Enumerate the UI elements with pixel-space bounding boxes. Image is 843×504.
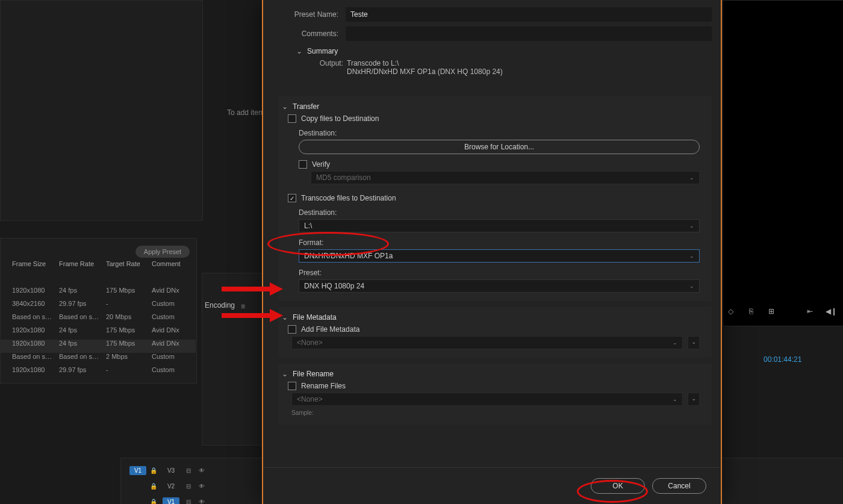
safe-margins-icon[interactable]: ⊞ — [767, 307, 776, 316]
summary-output-line1: Transcode to L:\ — [347, 59, 399, 67]
browse-location-button[interactable]: Browse for Location... — [299, 140, 700, 154]
copy-destination-label: Destination: — [299, 129, 703, 137]
track-label[interactable]: V3 — [163, 466, 179, 475]
chevron-down-icon: ⌄ — [689, 175, 694, 181]
ingest-settings-dialog: Preset Name: Comments: ⌄ Summary Output:… — [262, 0, 722, 504]
transcode-destination-label: Destination: — [299, 208, 703, 217]
format-dropdown[interactable]: DNxHR/DNxHD MXF OP1a⌄ — [299, 249, 700, 263]
col-frame-size: Frame Size — [12, 260, 46, 267]
comments-label: Comments: — [278, 30, 338, 38]
rename-files-label: Rename Files — [301, 382, 346, 390]
summary-title: Summary — [307, 47, 338, 55]
file-metadata-header[interactable]: ⌄ File Metadata — [282, 313, 703, 322]
summary-header[interactable]: ⌄ Summary — [296, 47, 712, 55]
player-controls: ◇ ⎘ ⊞ ⇤ ◀❙ ▶ — [726, 307, 843, 316]
table-row[interactable]: 1920x108029.97 fps-Custom — [0, 366, 196, 379]
project-panel — [0, 0, 203, 221]
lock-icon[interactable]: 🔒 — [149, 483, 158, 490]
table-row[interactable]: 1920x108024 fps175 MbpsAvid DNx — [0, 326, 196, 340]
transfer-section: ⌄ Transfer Copy files to Destination Des… — [278, 96, 712, 301]
col-comment: Comment — [152, 260, 181, 267]
copy-files-checkbox-row[interactable]: Copy files to Destination — [288, 114, 703, 123]
chevron-down-icon: ⌄ — [282, 102, 289, 111]
file-rename-section: ⌄ File Rename Rename Files <None>⌄ ⌄ Sam… — [278, 364, 712, 425]
ok-button[interactable]: OK — [591, 478, 645, 494]
program-monitor — [723, 0, 843, 326]
file-rename-title: File Rename — [293, 370, 334, 378]
verify-label: Verify — [312, 160, 330, 169]
checkbox-unchecked-icon[interactable] — [299, 160, 307, 169]
apply-preset-button[interactable]: Apply Preset — [135, 246, 190, 258]
rename-files-checkbox-row[interactable]: Rename Files — [288, 382, 703, 390]
toggle-output-icon[interactable]: 👁 — [198, 499, 206, 505]
chevron-down-icon: ⌄ — [296, 47, 303, 55]
file-metadata-section: ⌄ File Metadata Add File Metadata <None>… — [278, 307, 712, 358]
add-metadata-checkbox-row[interactable]: Add File Metadata — [288, 325, 703, 334]
presets-table-body: 1920x108024 fps175 MbpsAvid DNx3840x2160… — [0, 287, 196, 379]
checkbox-unchecked-icon[interactable] — [288, 325, 296, 334]
col-target-rate: Target Rate — [106, 260, 140, 267]
toggle-output-icon[interactable]: 👁 — [198, 483, 206, 490]
chevron-down-icon: ⌄ — [282, 370, 289, 378]
encoding-panel — [202, 273, 263, 446]
source-track-label[interactable]: V1 — [129, 466, 146, 475]
table-row[interactable]: Based on s…Based on s…20 MbpsCustom — [0, 313, 196, 326]
rename-new-button: ⌄ — [688, 393, 700, 406]
export-frame-icon[interactable]: ⎘ — [746, 307, 756, 316]
sync-lock-icon[interactable]: ⊟ — [184, 499, 193, 505]
marker-icon[interactable]: ◇ — [726, 307, 735, 316]
chevron-down-icon: ⌄ — [282, 313, 289, 322]
verify-checkbox-row[interactable]: Verify — [299, 160, 703, 169]
chevron-down-icon: ⌄ — [689, 223, 694, 229]
summary-output-label: Output: — [314, 59, 343, 67]
checkbox-unchecked-icon[interactable] — [288, 382, 296, 390]
rename-preset-dropdown: <None>⌄ — [291, 393, 683, 406]
sync-lock-icon[interactable]: ⊟ — [184, 467, 193, 474]
chevron-down-icon: ⌄ — [689, 253, 694, 259]
format-label: Format: — [299, 238, 703, 247]
chevron-down-icon: ⌄ — [689, 283, 694, 289]
verify-method-dropdown: MD5 comparison⌄ — [311, 171, 700, 184]
lock-icon[interactable]: 🔒 — [149, 499, 158, 505]
checkbox-checked-icon[interactable] — [288, 194, 296, 202]
col-frame-rate: Frame Rate — [59, 260, 94, 267]
step-back-icon[interactable]: ◀❙ — [826, 307, 835, 316]
toggle-output-icon[interactable]: 👁 — [198, 467, 206, 474]
checkbox-unchecked-icon[interactable] — [288, 114, 296, 123]
panel-menu-icon[interactable]: ≡ — [241, 302, 245, 311]
comments-input[interactable] — [346, 26, 712, 41]
file-metadata-title: File Metadata — [293, 313, 337, 322]
metadata-new-button: ⌄ — [688, 336, 700, 349]
preset-name-input[interactable] — [346, 7, 712, 22]
chevron-down-icon: ⌄ — [673, 396, 677, 402]
encoding-panel-title: Encoding — [205, 301, 235, 310]
preset-label: Preset: — [299, 269, 703, 277]
transcode-destination-dropdown[interactable]: L:\⌄ — [299, 219, 700, 232]
transcode-label: Transcode files to Destination — [301, 194, 396, 202]
cancel-button[interactable]: Cancel — [652, 478, 706, 494]
go-to-in-icon[interactable]: ⇤ — [805, 307, 815, 316]
track-label[interactable]: V2 — [163, 482, 179, 491]
program-timecode: 00:01:44:21 — [764, 355, 801, 364]
track-label[interactable]: V1 — [163, 497, 179, 505]
transcode-checkbox-row[interactable]: Transcode files to Destination — [288, 194, 703, 202]
dialog-footer: OK Cancel — [263, 467, 721, 504]
table-row[interactable]: Based on s…Based on s…2 MbpsCustom — [0, 353, 196, 366]
summary-output-line2: DNxHR/DNxHD MXF OP1a (DNX HQ 1080p 24) — [347, 67, 712, 76]
chevron-down-icon: ⌄ — [673, 340, 677, 346]
transfer-header[interactable]: ⌄ Transfer — [282, 102, 703, 111]
transfer-title: Transfer — [293, 102, 319, 111]
copy-files-label: Copy files to Destination — [301, 114, 379, 123]
rename-sample-label: Sample: — [291, 409, 703, 416]
preset-dropdown[interactable]: DNX HQ 1080p 24⌄ — [299, 279, 700, 293]
sync-lock-icon[interactable]: ⊟ — [184, 483, 193, 490]
presets-table-header: Frame Size Frame Rate Target Rate Commen… — [0, 260, 196, 271]
preset-name-label: Preset Name: — [278, 10, 338, 19]
table-row[interactable]: 1920x108024 fps175 MbpsAvid DNx — [0, 340, 196, 353]
metadata-preset-dropdown: <None>⌄ — [291, 336, 683, 349]
table-row[interactable]: 3840x216029.97 fps-Custom — [0, 300, 196, 313]
file-rename-header[interactable]: ⌄ File Rename — [282, 370, 703, 378]
lock-icon[interactable]: 🔒 — [149, 467, 158, 474]
table-row[interactable]: 1920x108024 fps175 MbpsAvid DNx — [0, 287, 196, 300]
add-metadata-label: Add File Metadata — [301, 325, 359, 334]
